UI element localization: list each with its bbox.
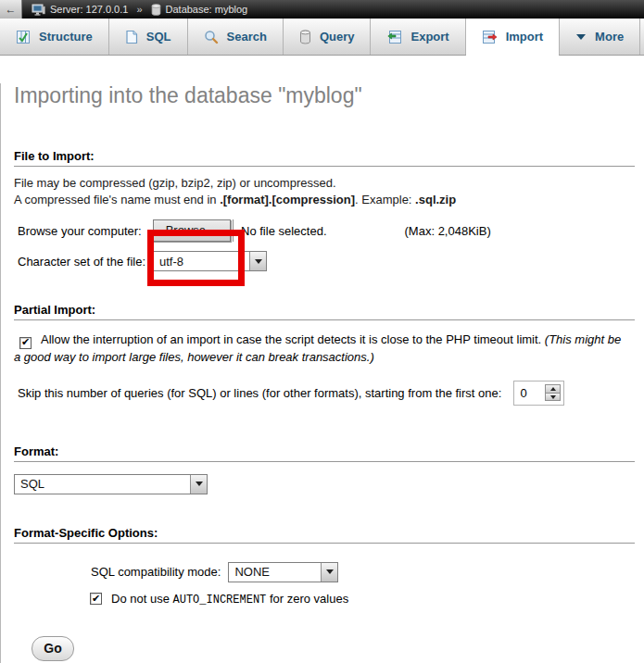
auto-increment-label-prefix: Do not use — [111, 592, 173, 606]
server-breadcrumb-link[interactable]: Server: 127.0.0.1 — [50, 4, 128, 15]
tab-label: More — [595, 30, 624, 44]
dropdown-arrow-icon — [249, 252, 266, 270]
import-page: Importing into the database "myblog" Fil… — [0, 83, 644, 663]
auto-increment-checkbox[interactable] — [90, 593, 102, 605]
tab-label: Search — [227, 30, 267, 44]
example-value: .sql.zip — [415, 193, 456, 206]
search-icon — [204, 30, 219, 44]
stepper-down-button[interactable] — [546, 393, 560, 400]
section-partial-import: Partial Import: — [14, 303, 635, 320]
browse-button[interactable]: Browse… — [153, 219, 231, 242]
tab-label: Export — [410, 30, 448, 44]
allow-interruption-checkbox[interactable] — [19, 337, 32, 349]
compression-line1: File may be compressed (gzip, bzip2, zip… — [14, 176, 336, 190]
tab-export[interactable]: Export — [371, 19, 465, 55]
auto-increment-label-suffix: for zero values — [266, 592, 348, 606]
stepper-up-button[interactable] — [546, 385, 560, 393]
format-compression-pattern: .[format].[compression] — [220, 193, 355, 206]
sql-compatibility-selected-value: NONE — [229, 563, 321, 582]
skip-queries-label: Skip this number of queries (for SQL) or… — [18, 386, 501, 400]
sql-compatibility-select[interactable]: NONE — [228, 562, 338, 582]
breadcrumb: Server: 127.0.0.1 » Database: myblog — [32, 4, 247, 16]
tab-sql[interactable]: SQL — [109, 19, 188, 55]
sql-icon — [125, 30, 138, 44]
format-select[interactable]: SQL — [14, 474, 208, 494]
skip-queries-row: Skip this number of queries (for SQL) or… — [18, 381, 631, 406]
compression-note: File may be compressed (gzip, bzip2, zip… — [14, 175, 622, 208]
example-label: . Example: — [355, 193, 415, 206]
section-format-specific-options: Format-Specific Options: — [14, 526, 635, 544]
skip-queries-input[interactable]: 0 — [513, 381, 564, 406]
max-size-note: (Max: 2,048KiB) — [405, 224, 491, 238]
tab-bar: Structure SQL Search Query Export — [0, 19, 644, 56]
server-icon — [32, 4, 45, 16]
tab-label: Structure — [39, 30, 93, 44]
skip-queries-value: 0 — [517, 384, 545, 402]
structure-icon — [16, 30, 31, 44]
tab-label: Import — [506, 30, 543, 44]
allow-interruption-label: Allow the interruption of an import in c… — [41, 332, 545, 346]
tab-label: SQL — [146, 30, 171, 44]
charset-label: Character set of the file: — [18, 255, 145, 269]
auto-increment-label: Do not use AUTO_INCREMENT for zero value… — [111, 592, 348, 607]
go-button[interactable]: Go — [32, 636, 74, 661]
tab-more[interactable]: More — [560, 19, 640, 55]
section-format: Format: — [14, 444, 635, 462]
auto-increment-code: AUTO_INCREMENT — [173, 594, 267, 607]
charset-select[interactable]: utf-8 — [153, 251, 267, 271]
dropdown-arrow-icon — [190, 475, 207, 494]
left-arrow-icon: ← — [6, 3, 17, 16]
tab-query[interactable]: Query — [284, 19, 372, 55]
collapse-nav-button[interactable]: ← — [0, 0, 22, 19]
sql-compatibility-row: SQL compatibility mode: NONE — [91, 562, 644, 582]
sql-compatibility-label: SQL compatibility mode: — [91, 565, 221, 579]
import-icon — [482, 30, 498, 44]
number-stepper[interactable] — [545, 384, 561, 401]
database-breadcrumb-link[interactable]: Database: myblog — [166, 4, 248, 15]
chevron-down-icon — [575, 33, 587, 41]
query-icon — [299, 30, 311, 44]
format-selected-value: SQL — [15, 475, 190, 494]
tab-label: Query — [320, 30, 355, 44]
file-upload-row: Browse your computer: Browse… No file se… — [18, 219, 644, 242]
charset-row: Character set of the file: utf-8 — [18, 251, 644, 271]
charset-selected-value: utf-8 — [154, 252, 249, 270]
compression-line2: A compressed file's name must end in — [14, 193, 220, 206]
allow-interruption-option: Allow the interruption of an import in c… — [14, 332, 624, 366]
breadcrumb-bar: ← Server: 127.0.0.1 » Database: myblog — [0, 0, 644, 19]
database-icon — [151, 4, 161, 16]
section-file-to-import: File to Import: — [14, 149, 635, 167]
page-title: Importing into the database "myblog" — [14, 83, 644, 108]
tab-structure[interactable]: Structure — [0, 19, 109, 55]
auto-increment-option: Do not use AUTO_INCREMENT for zero value… — [90, 592, 644, 607]
browse-label: Browse your computer: — [18, 224, 142, 238]
no-file-text: No file selected. — [241, 224, 327, 238]
file-input-divider — [233, 219, 234, 242]
export-icon — [386, 30, 402, 44]
tab-search[interactable]: Search — [188, 19, 284, 55]
breadcrumb-separator: » — [136, 4, 142, 15]
dropdown-arrow-icon — [321, 563, 337, 582]
tab-import[interactable]: Import — [466, 19, 560, 55]
